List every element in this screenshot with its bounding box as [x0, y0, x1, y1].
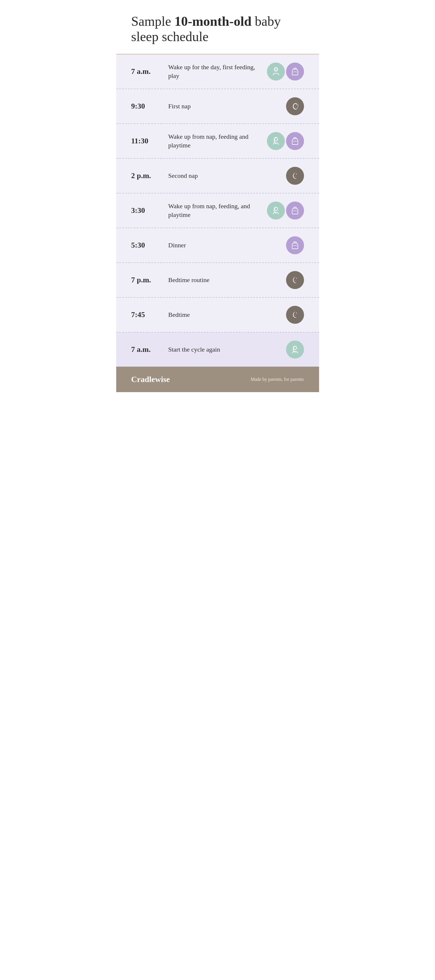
activity-label: Start the cycle again [168, 346, 220, 353]
time-column: 9:30 [131, 102, 166, 111]
icons-column [266, 97, 304, 115]
bottle-icon-circle [286, 202, 304, 220]
brand-name: Cradlewise [131, 375, 170, 384]
activity-label: First nap [168, 102, 191, 110]
baby-icon-circle [267, 132, 285, 150]
svg-point-12 [295, 280, 296, 281]
time-label: 7 p.m. [131, 276, 151, 284]
icons-column [266, 306, 304, 324]
svg-point-6 [296, 173, 297, 174]
activity-label: Second nap [168, 172, 198, 179]
time-label: 7:45 [131, 310, 145, 319]
schedule-row: 7 p.m. Bedtime routine [116, 263, 319, 298]
moon-icon-circle [286, 271, 304, 289]
time-label: 7 a.m. [131, 67, 151, 76]
moon-icon [290, 310, 300, 320]
header: Sample 10-month-old baby sleep schedule [116, 0, 319, 54]
schedule-row: 2 p.m. Second nap [116, 159, 319, 194]
page-wrapper: Sample 10-month-old baby sleep schedule … [116, 0, 319, 392]
activity-column: Start the cycle again [166, 345, 266, 354]
page-title: Sample 10-month-old baby sleep schedule [131, 14, 304, 45]
baby-icon [271, 66, 281, 77]
schedule-row: 7 a.m. Wake up for the day, first feedin… [116, 54, 319, 89]
bottle-icon [290, 66, 300, 77]
time-column: 11:30 [131, 137, 166, 145]
activity-label: Bedtime [168, 311, 190, 318]
baby-icon [290, 344, 300, 355]
time-column: 7 a.m. [131, 345, 166, 354]
schedule-row: 11:30 Wake up from nap, feeding and play… [116, 124, 319, 159]
icons-column [266, 236, 304, 254]
footer: Cradlewise Made by parents, for parents [116, 367, 319, 392]
schedule-container: 7 a.m. Wake up for the day, first feedin… [116, 54, 319, 367]
time-column: 5:30 [131, 241, 166, 250]
icons-column [266, 340, 304, 358]
bottle-icon-circle [286, 132, 304, 150]
icons-column [266, 132, 304, 150]
moon-icon [290, 170, 300, 181]
baby-icon-circle [267, 202, 285, 220]
activity-label: Bedtime routine [168, 276, 210, 283]
icons-column [266, 271, 304, 289]
activity-column: First nap [166, 102, 266, 111]
icons-column [266, 167, 304, 185]
activity-column: Dinner [166, 241, 266, 250]
activity-column: Second nap [166, 172, 266, 180]
svg-point-13 [296, 312, 297, 313]
baby-icon [271, 205, 281, 216]
icons-column [266, 202, 304, 220]
activity-column: Wake up from nap, feeding, and playtime [166, 202, 266, 219]
activity-label: Wake up from nap, feeding and playtime [168, 133, 249, 149]
svg-point-3 [295, 107, 296, 107]
activity-column: Bedtime [166, 310, 266, 319]
time-label: 11:30 [131, 137, 148, 145]
baby-icon [271, 136, 281, 146]
activity-label: Wake up for the day, first feeding, play [168, 64, 255, 80]
footer-tagline: Made by parents, for parents [251, 377, 304, 382]
moon-icon-circle [286, 306, 304, 324]
bottle-icon-circle [286, 236, 304, 254]
bottle-icon [290, 240, 300, 250]
moon-icon-circle [286, 167, 304, 185]
time-label: 2 p.m. [131, 172, 151, 180]
schedule-row: 3:30 Wake up from nap, feeding, and play… [116, 194, 319, 228]
svg-point-2 [296, 104, 297, 105]
icons-column [266, 62, 304, 81]
baby-icon-circle [267, 62, 285, 81]
time-column: 7 p.m. [131, 276, 166, 285]
time-label: 7 a.m. [131, 345, 151, 353]
bottle-icon-circle [286, 62, 304, 81]
time-label: 9:30 [131, 102, 145, 110]
activity-label: Dinner [168, 242, 186, 249]
schedule-row: 5:30 Dinner [116, 228, 319, 263]
activity-column: Wake up for the day, first feeding, play [166, 63, 266, 80]
time-column: 7:45 [131, 310, 166, 319]
schedule-row: 9:30 First nap [116, 89, 319, 124]
svg-point-14 [295, 315, 296, 316]
time-column: 2 p.m. [131, 172, 166, 180]
svg-point-11 [296, 278, 297, 278]
moon-icon [290, 101, 300, 111]
moon-icon [290, 275, 300, 285]
time-label: 5:30 [131, 241, 145, 249]
moon-icon-circle [286, 97, 304, 115]
time-column: 7 a.m. [131, 67, 166, 76]
time-label: 3:30 [131, 206, 145, 215]
bottle-icon [290, 136, 300, 146]
svg-point-7 [295, 176, 296, 177]
baby-icon-circle [286, 340, 304, 358]
bottle-icon [290, 205, 300, 216]
activity-label: Wake up from nap, feeding, and playtime [168, 202, 250, 218]
activity-column: Bedtime routine [166, 276, 266, 285]
time-column: 3:30 [131, 206, 166, 215]
schedule-row: 7:45 Bedtime [116, 298, 319, 332]
activity-column: Wake up from nap, feeding and playtime [166, 132, 266, 150]
schedule-row-last: 7 a.m. Start the cycle again [116, 332, 319, 367]
